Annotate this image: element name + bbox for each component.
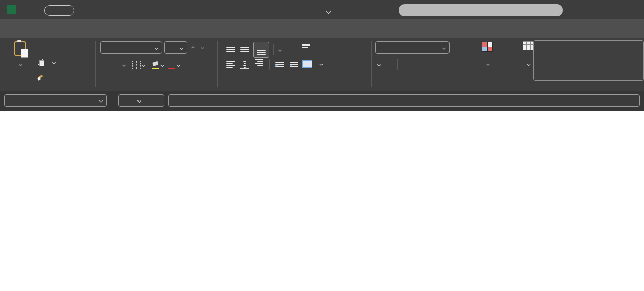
group-alignment: ← → — [218, 38, 370, 91]
search-box[interactable] — [399, 4, 563, 16]
format-painter-brush-icon — [38, 73, 44, 80]
cell-styles-gallery — [533, 40, 644, 81]
group-clipboard — [0, 38, 95, 91]
group-styles — [457, 38, 644, 91]
orientation-dropdown-chevron-icon[interactable] — [278, 48, 282, 51]
conditional-formatting-icon — [482, 42, 493, 52]
wrap-text-button[interactable] — [302, 43, 314, 50]
font-size-select[interactable] — [164, 41, 187, 54]
align-center-button[interactable] — [240, 61, 249, 69]
font-color-dropdown-chevron-icon[interactable] — [177, 63, 180, 66]
paste-clipboard-icon — [14, 41, 26, 56]
font-color-button[interactable] — [168, 61, 176, 69]
merge-center-button[interactable] — [302, 60, 323, 68]
quick-access-toolbar-fragment[interactable] — [44, 5, 74, 16]
formula-input[interactable] — [168, 94, 640, 107]
title-dropdown-chevron-icon[interactable] — [324, 6, 330, 16]
underline-dropdown-chevron-icon[interactable] — [122, 63, 126, 66]
decrease-indent-button[interactable]: ← — [275, 62, 284, 67]
cut-button[interactable] — [38, 42, 55, 55]
paste-dropdown-chevron-icon[interactable] — [19, 63, 22, 66]
copy-dropdown-chevron-icon[interactable] — [52, 60, 56, 64]
format-as-table-icon — [523, 41, 533, 50]
borders-dropdown-chevron-icon[interactable] — [142, 63, 145, 66]
ribbon: ← → — [0, 38, 644, 91]
align-top-button[interactable] — [226, 47, 235, 52]
conditional-formatting-button[interactable] — [465, 41, 509, 68]
fill-color-dropdown-chevron-icon[interactable] — [160, 63, 164, 66]
paste-button[interactable] — [8, 41, 31, 69]
excel-logo-icon — [7, 5, 16, 14]
formula-bar — [0, 91, 644, 111]
copy-pages-icon — [38, 59, 44, 66]
decrease-font-size-button[interactable] — [200, 43, 204, 51]
fx-dropdown-chevron-icon[interactable] — [137, 98, 141, 102]
number-format-select[interactable] — [375, 41, 450, 54]
align-middle-button[interactable] — [240, 47, 249, 52]
sheet — [0, 111, 644, 291]
group-font — [96, 38, 216, 91]
formula-buttons — [118, 94, 164, 107]
copy-button[interactable] — [38, 55, 55, 69]
increase-indent-button[interactable]: → — [290, 62, 298, 67]
excel-window: ← → — [0, 0, 644, 291]
fill-color-button[interactable] — [152, 61, 159, 69]
merge-center-icon — [302, 60, 312, 68]
increase-font-size-button[interactable] — [190, 42, 194, 51]
group-number — [372, 38, 455, 91]
align-right-button[interactable] — [255, 59, 263, 70]
font-name-select[interactable] — [100, 41, 162, 54]
format-painter-button[interactable] — [38, 69, 55, 83]
accounting-dropdown-chevron-icon[interactable] — [377, 62, 381, 66]
wrap-text-icon — [302, 43, 310, 50]
borders-button[interactable] — [132, 61, 141, 69]
align-bottom-button[interactable] — [253, 42, 269, 58]
align-left-button[interactable] — [226, 61, 235, 68]
titlebar — [0, 0, 644, 19]
menubar — [0, 19, 644, 38]
name-box[interactable] — [4, 94, 107, 107]
merge-dropdown-chevron-icon[interactable] — [319, 62, 323, 65]
